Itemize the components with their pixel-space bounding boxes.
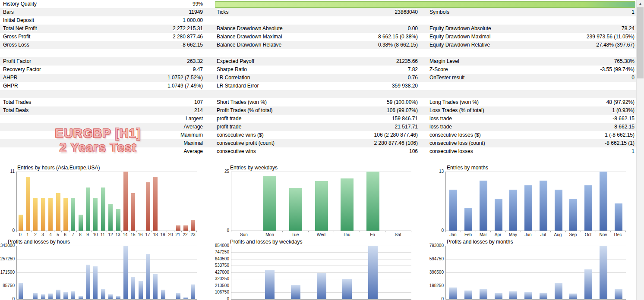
axis-tick (99, 231, 99, 232)
x-axis-label: 19 (159, 232, 167, 237)
axis-tick (505, 231, 506, 232)
axis-tick (181, 231, 182, 232)
bar (480, 181, 487, 231)
bar (108, 204, 113, 231)
x-axis-label: Mon (257, 232, 283, 237)
stat-value: 99% (117, 0, 203, 8)
stat-value: 2 280 877.46 (117, 33, 203, 41)
bar (584, 185, 592, 231)
gridline (231, 252, 411, 253)
chart-plot-area (231, 172, 411, 231)
bar (368, 246, 378, 299)
bar (317, 273, 326, 299)
y-axis-label: 640500 (215, 256, 229, 261)
x-axis-label: Wed (308, 232, 334, 237)
x-axis-label: 16 (136, 232, 144, 237)
gridline (446, 259, 626, 259)
stat-label: Balance Drawdown Relative (217, 41, 325, 49)
gridline (231, 272, 411, 273)
stat-label: History Quality (3, 0, 115, 8)
stat-value: 106 (327, 147, 418, 156)
bar (123, 246, 128, 299)
stat-label: Recovery Factor (3, 66, 115, 74)
axis-tick (550, 231, 551, 232)
bar (509, 190, 517, 231)
bar (183, 297, 188, 299)
chart-title: Profits and losses by months (447, 239, 513, 245)
x-axis-label: 3 (39, 232, 47, 237)
stat-value: Maximal (117, 139, 203, 147)
y-axis-label: 106750 (215, 290, 229, 294)
y-axis-label: 25 (215, 169, 229, 174)
x-axis-label: 1 (24, 232, 32, 237)
gridline (231, 172, 411, 172)
chart-plot-area (231, 246, 411, 300)
x-axis-label: 21 (174, 232, 182, 237)
bar (86, 188, 90, 231)
stat-value: 8 662.15 (0.38%) (327, 33, 418, 41)
stat-label: Total Net Profit (3, 25, 115, 33)
stat-label: loss trade (429, 115, 533, 123)
stat-label: Gross Loss (3, 41, 115, 49)
y-axis-label: 747250 (215, 250, 229, 254)
x-axis-label: 14 (121, 232, 129, 237)
bar (71, 291, 75, 299)
y-axis-label: 213500 (215, 283, 229, 288)
axis-tick (174, 231, 174, 232)
bar (79, 296, 83, 299)
stat-value: 263.32 (117, 57, 203, 66)
chart-plot-area (16, 246, 197, 300)
bar (63, 198, 68, 231)
stat-value: 0.00 (327, 25, 418, 33)
stat-label: Equity Drawdown Relative (429, 41, 533, 49)
bar (123, 172, 128, 231)
bar (341, 178, 354, 231)
axis-tick (536, 231, 536, 232)
stat-value: 48 (97.92%) (533, 98, 635, 106)
x-axis-label: Dec (610, 232, 625, 237)
x-axis-label: Fri (360, 232, 385, 237)
stat-value: 159 846.71 (327, 115, 418, 123)
bar (79, 215, 83, 231)
axis-tick (476, 231, 476, 232)
x-axis-label: Aug (550, 232, 565, 237)
bar (263, 176, 276, 231)
stat-label: OnTester result (429, 74, 533, 82)
x-axis-label: Sat (385, 232, 411, 237)
axis-tick (54, 231, 54, 232)
gridline (231, 246, 411, 246)
bar (495, 293, 502, 299)
bar (569, 199, 577, 231)
bar (153, 177, 158, 231)
stat-value: -3.55 (99.74%) (533, 66, 635, 74)
scroll-up-button[interactable]: ▲ (637, 0, 644, 7)
axis-tick (308, 231, 309, 232)
bar (48, 294, 53, 299)
x-axis-label: 4 (47, 232, 54, 237)
stat-label: Total Deals (3, 106, 115, 115)
stat-value: 7.82 (327, 66, 418, 74)
vertical-scrollbar[interactable]: ▲ (636, 0, 644, 300)
stat-value: 1 000.00 (117, 16, 203, 25)
bar (495, 199, 502, 231)
bar (569, 294, 577, 299)
x-axis-label: Oct (581, 232, 596, 237)
x-axis-label: 5 (54, 232, 62, 237)
bar (289, 188, 302, 231)
x-axis-label: 8 (76, 232, 84, 237)
bar (101, 188, 105, 231)
stat-value: Largest (117, 115, 203, 123)
bar (555, 283, 562, 299)
y-axis-label: 343000 (0, 243, 15, 248)
y-axis-label: 320250 (215, 276, 229, 281)
x-axis-label: 13 (114, 232, 122, 237)
bar (153, 274, 158, 299)
stat-value: 11949 (117, 8, 203, 16)
stat-label: Long Trades (won %) (429, 98, 533, 106)
axis-tick (129, 231, 129, 232)
y-axis-label: 13 (429, 169, 444, 174)
scrollbar-thumb[interactable] (637, 7, 644, 78)
y-axis-label: 594750 (429, 256, 444, 261)
axis-tick (385, 231, 385, 232)
stat-label: Profit Factor (3, 57, 115, 66)
